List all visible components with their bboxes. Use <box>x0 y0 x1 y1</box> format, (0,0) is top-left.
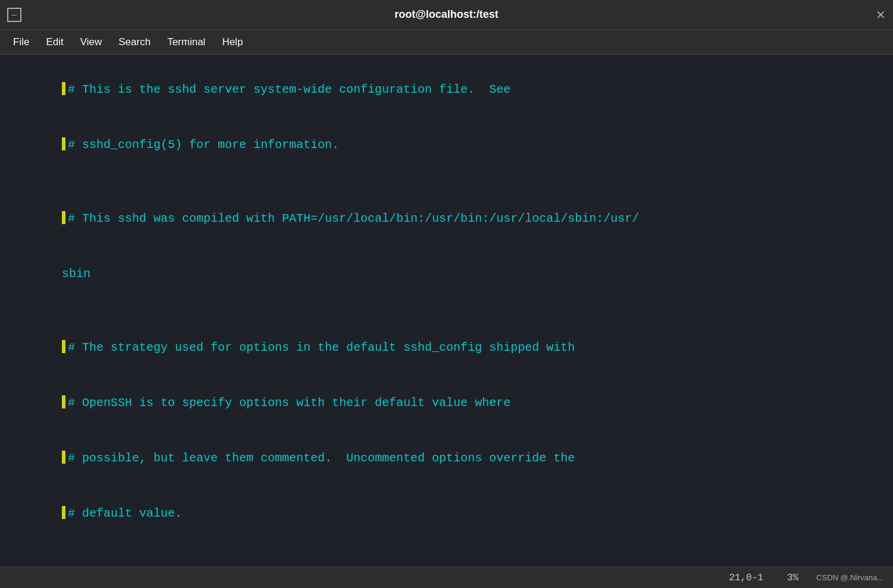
menu-view[interactable]: View <box>72 33 111 52</box>
line-2-text: # sshd_config(5) for more information. <box>68 138 339 152</box>
line-7-text: # The strategy used for options in the d… <box>68 341 575 354</box>
line-4-text: # This sshd was compiled with PATH=/usr/… <box>68 212 639 225</box>
line-8: # OpenSSH is to specify options with the… <box>5 375 888 430</box>
line-2: # sshd_config(5) for more information. <box>5 117 888 172</box>
line-1-text: # This is the sshd server system-wide co… <box>68 83 510 96</box>
terminal-icon: — <box>7 8 21 22</box>
terminal-content[interactable]: # This is the sshd server system-wide co… <box>0 55 893 567</box>
blank-2 <box>5 301 888 320</box>
brand-label: CSDN @.Nirvana... <box>816 573 883 582</box>
menu-file[interactable]: File <box>5 33 37 52</box>
scroll-percent: 3% <box>787 573 798 583</box>
close-button[interactable]: ✕ <box>876 8 886 22</box>
line-10-text: # default value. <box>68 507 182 520</box>
blank-1 <box>5 172 888 191</box>
line-9: # possible, but leave them commented. Un… <box>5 430 888 486</box>
yellow-marker-9 <box>62 451 65 464</box>
title-bar-left: — <box>7 8 26 22</box>
line-5: sbin <box>5 246 888 301</box>
line-4: # This sshd was compiled with PATH=/usr/… <box>5 191 888 246</box>
terminal-window: — root@localhost:/test ✕ File Edit View … <box>0 0 893 588</box>
status-bar: 21,0-1 3% CSDN @.Nirvana... <box>0 567 893 588</box>
yellow-marker-4 <box>62 211 65 224</box>
yellow-marker-10 <box>62 506 65 519</box>
line-9-text: # possible, but leave them commented. Un… <box>68 451 575 465</box>
menu-terminal[interactable]: Terminal <box>159 33 214 52</box>
line-8-text: # OpenSSH is to specify options with the… <box>68 396 510 410</box>
menu-search[interactable]: Search <box>110 33 159 52</box>
title-bar: — root@localhost:/test ✕ <box>0 0 893 30</box>
yellow-marker-2 <box>62 137 65 150</box>
line-5-text: sbin <box>62 267 90 281</box>
menu-bar: File Edit View Search Terminal Help <box>0 30 893 55</box>
cursor-position: 21,0-1 <box>729 573 763 583</box>
line-10: # default value. <box>5 486 888 541</box>
yellow-marker-8 <box>62 395 65 408</box>
line-1: # This is the sshd server system-wide co… <box>5 62 888 117</box>
yellow-marker-7 <box>62 340 65 353</box>
yellow-marker-1 <box>62 82 65 95</box>
menu-help[interactable]: Help <box>214 33 251 52</box>
line-7: # The strategy used for options in the d… <box>5 320 888 375</box>
menu-edit[interactable]: Edit <box>37 33 71 52</box>
window-title: root@localhost:/test <box>394 8 499 21</box>
blank-3 <box>5 541 888 559</box>
lines-container: # This is the sshd server system-wide co… <box>5 62 888 567</box>
line-12: # If you want to change the port on a SE… <box>5 559 888 567</box>
